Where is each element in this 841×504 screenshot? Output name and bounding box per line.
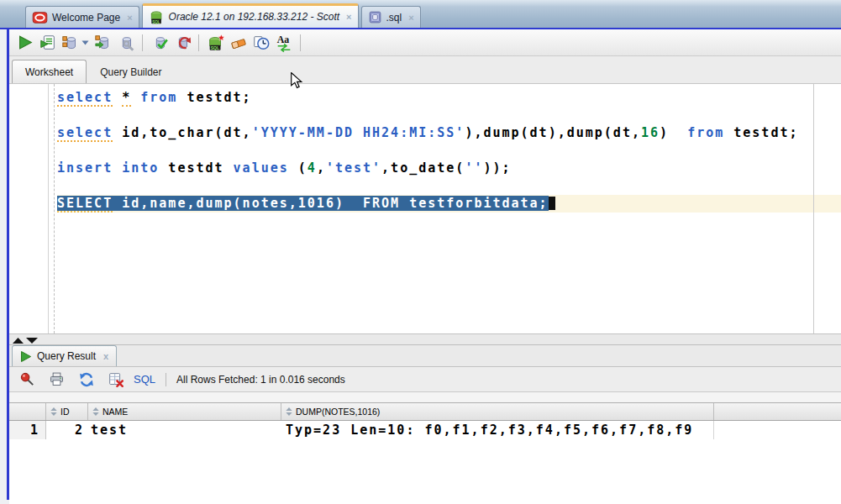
commit-icon — [150, 34, 169, 52]
pin-button[interactable] — [16, 368, 39, 391]
close-icon[interactable]: × — [346, 12, 351, 22]
toolbar-separator — [300, 34, 301, 51]
tab-label: Welcome Page — [52, 12, 120, 24]
fetch-status-text: All Rows Fetched: 1 in 0.016 seconds — [176, 374, 345, 386]
sql-editor[interactable]: select * from testdt;select id,to_char(d… — [9, 84, 841, 333]
fetch-all-button[interactable] — [104, 368, 127, 391]
column-header-dump[interactable]: DUMP(NOTES,1016) — [281, 403, 714, 420]
tab-oracle-connection[interactable]: SQL Oracle 12.1 on 192.168.33.212 - Scot… — [142, 3, 359, 28]
oracle-logo-icon — [32, 11, 48, 24]
tab-label: Oracle 12.1 on 192.168.33.212 - Scott — [169, 11, 339, 23]
explain-plan-button[interactable] — [92, 31, 114, 54]
name-cell[interactable]: test — [88, 421, 281, 439]
code-line[interactable] — [57, 177, 841, 195]
document-tab-bar: Welcome Page × SQL Oracle 12.1 on 192.16… — [0, 0, 841, 28]
result-grid: ID NAME DUMP(NOTES,1016) 1 2 test Typ=23… — [9, 402, 841, 440]
close-icon[interactable]: × — [408, 13, 413, 23]
result-grid-header: ID NAME DUMP(NOTES,1016) — [9, 402, 841, 421]
row-number-header — [9, 403, 46, 420]
eraser-icon — [229, 34, 248, 52]
run-script-button[interactable] — [36, 31, 59, 54]
worksheet-tab-bar: Worksheet Query Builder — [9, 56, 841, 84]
code-area[interactable]: select * from testdt;select id,to_char(d… — [57, 89, 841, 213]
editor-right-margin-guide — [813, 84, 814, 333]
result-tab-bar: Query Result x — [9, 345, 841, 367]
rollback-button[interactable] — [171, 31, 193, 54]
refresh-icon — [77, 370, 96, 389]
toolbar-separator — [166, 373, 166, 386]
column-header-id[interactable]: ID — [46, 403, 88, 420]
autotrace-button[interactable] — [59, 31, 81, 54]
tab-sql-file[interactable]: .sql × — [361, 6, 421, 28]
print-button[interactable] — [45, 368, 68, 391]
pushpin-icon — [18, 370, 36, 388]
code-line[interactable]: SELECT id,name,dump(notes,1016) FROM tes… — [57, 195, 841, 213]
selected-text[interactable]: SELECT id,name,dump(notes,1016) FROM tes… — [57, 196, 549, 211]
close-icon[interactable]: x — [103, 351, 108, 361]
tab-query-builder[interactable]: Query Builder — [87, 60, 175, 83]
code-line[interactable]: select * from testdt; — [57, 89, 841, 107]
toolbar-separator — [142, 34, 143, 51]
result-panel-gap — [9, 392, 841, 402]
run-statement-button[interactable] — [13, 31, 36, 54]
toolbar-separator — [198, 34, 199, 51]
result-toolbar: SQL All Rows Fetched: 1 in 0.016 seconds — [9, 367, 841, 392]
clear-button[interactable] — [227, 31, 250, 54]
text-caret — [549, 197, 555, 210]
column-header-name[interactable]: NAME — [88, 403, 281, 420]
play-icon — [20, 351, 32, 362]
commit-button[interactable] — [148, 31, 171, 54]
show-sql-link[interactable]: SQL — [134, 373, 155, 386]
code-line[interactable]: insert into testdt values (4,'test',to_d… — [57, 160, 841, 177]
unshared-worksheet-icon: SQL — [207, 34, 225, 52]
close-icon[interactable]: × — [127, 13, 132, 23]
id-cell[interactable]: 2 — [46, 421, 88, 439]
explain-plan-icon — [94, 34, 113, 52]
query-result-tab-label: Query Result — [37, 350, 96, 362]
code-line[interactable]: select id,to_char(dt,'YYYY-MM-DD HH24:MI… — [57, 124, 841, 142]
sort-icon[interactable] — [50, 407, 58, 417]
sql-tuning-advisor-button[interactable] — [114, 31, 137, 54]
unshared-worksheet-button[interactable]: SQL — [204, 31, 227, 54]
dump-cell[interactable]: Typ=23 Len=10: f0,f1,f2,f3,f4,f5,f6,f7,f… — [281, 421, 714, 439]
table-row[interactable]: 1 2 test Typ=23 Len=10: f0,f1,f2,f3,f4,f… — [9, 421, 841, 440]
header-filler — [714, 403, 841, 420]
change-case-icon: Aa — [275, 33, 293, 53]
run-script-icon — [39, 34, 57, 52]
autotrace-icon — [61, 34, 80, 52]
chevron-down-icon — [81, 40, 89, 45]
tab-welcome-page[interactable]: Welcome Page × — [25, 6, 139, 28]
row-filler — [714, 421, 841, 439]
tab-worksheet[interactable]: Worksheet — [12, 60, 87, 83]
autotrace-dropdown[interactable] — [81, 40, 89, 45]
splitter-collapse-icons[interactable] — [12, 337, 42, 344]
sql-history-button[interactable] — [250, 31, 272, 54]
refresh-button[interactable] — [75, 368, 97, 391]
grid-cancel-icon — [107, 370, 125, 389]
change-case-button[interactable]: Aa — [272, 31, 295, 54]
worksheet-toolbar: SQL Aa — [9, 29, 841, 56]
mouse-pointer-icon — [290, 72, 303, 90]
code-line[interactable] — [57, 107, 841, 124]
worksheet-tab-label: Worksheet — [25, 66, 73, 78]
panel-splitter[interactable] — [9, 333, 841, 345]
svg-text:SQL: SQL — [210, 45, 218, 50]
sort-icon[interactable] — [92, 407, 100, 417]
result-panel-background — [9, 439, 841, 504]
run-statement-icon — [16, 34, 34, 52]
wrench-icon — [117, 34, 135, 52]
rollback-icon — [173, 34, 192, 52]
row-number-cell[interactable]: 1 — [9, 421, 46, 439]
sort-icon[interactable] — [285, 407, 293, 417]
svg-text:SQL: SQL — [152, 19, 160, 24]
query-builder-tab-label: Query Builder — [100, 66, 161, 78]
sql-connection-icon: SQL — [149, 9, 165, 25]
printer-icon — [48, 370, 66, 388]
sql-developer-window: Welcome Page × SQL Oracle 12.1 on 192.16… — [0, 0, 841, 504]
code-line[interactable] — [57, 142, 841, 160]
editor-gutter — [9, 84, 49, 333]
clock-icon — [252, 34, 271, 52]
tab-query-result[interactable]: Query Result x — [12, 345, 117, 366]
editor-fold-margin — [54, 84, 55, 333]
sql-file-icon — [368, 10, 382, 24]
